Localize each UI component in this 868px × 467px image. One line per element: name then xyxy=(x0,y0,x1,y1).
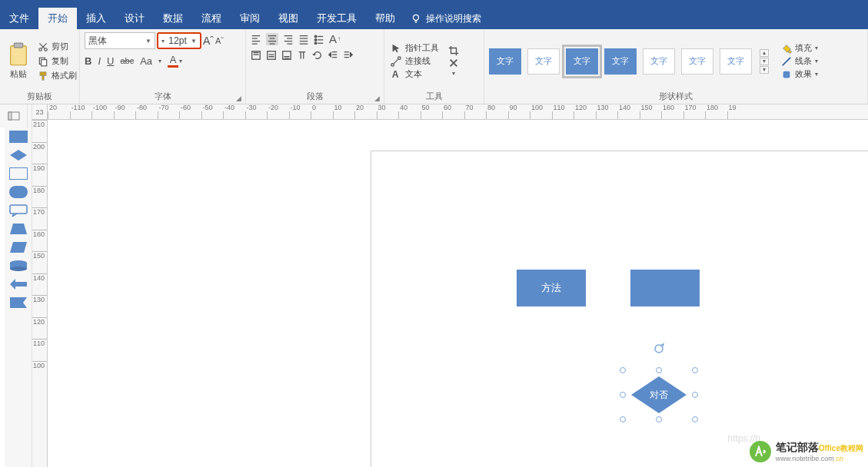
selection-handle-ne[interactable] xyxy=(692,367,698,373)
font-dialog-launcher[interactable]: ◢ xyxy=(236,94,244,102)
x-tool-button[interactable] xyxy=(448,58,459,68)
style-thumb-5[interactable]: 文字 xyxy=(643,48,675,75)
shrink-font-button[interactable]: Aˇ xyxy=(215,36,224,45)
style-scroll-up[interactable]: ▴ xyxy=(760,49,769,57)
decision-shape[interactable]: 对否 xyxy=(631,376,687,413)
style-thumb-2[interactable]: 文字 xyxy=(527,48,560,75)
tell-me-search[interactable]: 操作说明搜索 xyxy=(411,8,481,29)
bold-button[interactable]: B xyxy=(85,55,91,67)
line-icon xyxy=(781,56,792,67)
bullets-icon xyxy=(314,34,324,45)
tab-insert[interactable]: 插入 xyxy=(77,8,115,29)
align-center-button[interactable] xyxy=(266,33,278,45)
selection-handle-e[interactable] xyxy=(692,392,698,398)
paste-button[interactable]: 粘贴 xyxy=(5,41,32,81)
align-top-button[interactable] xyxy=(251,50,261,61)
crop-tool-button[interactable] xyxy=(448,45,459,56)
change-case-button[interactable]: Aa xyxy=(140,55,152,67)
selection-handle-n[interactable] xyxy=(656,367,662,373)
selection-handle-sw[interactable] xyxy=(620,416,626,422)
line-button[interactable]: 线条▾ xyxy=(781,55,818,67)
indent-right-button[interactable] xyxy=(343,50,354,61)
selection-handle-w[interactable] xyxy=(620,392,626,398)
tab-view[interactable]: 视图 xyxy=(269,8,308,29)
text-tool-button[interactable]: A 文本 xyxy=(389,68,441,81)
indent-left-button[interactable] xyxy=(328,50,338,61)
svg-marker-30 xyxy=(10,297,27,308)
effects-button[interactable]: 效果▾ xyxy=(781,68,818,80)
tab-data[interactable]: 数据 xyxy=(154,8,192,29)
line-label: 线条 xyxy=(795,55,812,67)
font-size-value: 12pt xyxy=(168,35,186,46)
selection-handle-nw[interactable] xyxy=(620,367,626,373)
font-size-selector[interactable]: ▾ 12pt ▼ xyxy=(157,32,201,49)
justify-button[interactable] xyxy=(298,34,309,45)
style-gallery-more[interactable]: ▾ xyxy=(760,66,769,74)
svg-point-15 xyxy=(391,63,394,66)
style-thumb-4[interactable]: 文字 xyxy=(604,48,637,75)
tab-process[interactable]: 流程 xyxy=(192,8,231,29)
grow-font-button[interactable]: Aˆ xyxy=(203,35,214,47)
shapes-pane-header[interactable] xyxy=(0,104,28,128)
style-thumb-1[interactable]: 文字 xyxy=(489,48,521,75)
tab-review[interactable]: 审阅 xyxy=(231,8,269,29)
text-direction-button[interactable] xyxy=(297,50,308,61)
group-tools: 指针工具 连接线 A 文本 ▾ 工具 xyxy=(384,29,484,104)
font-color-button[interactable]: A ▾ xyxy=(168,54,182,68)
trapezoid-stencil[interactable] xyxy=(9,223,28,235)
tab-home[interactable]: 开始 xyxy=(38,8,77,29)
underline-button[interactable]: U xyxy=(107,55,114,67)
paragraph-dialog-launcher[interactable]: ◢ xyxy=(374,94,382,102)
style-thumb-7[interactable]: 文字 xyxy=(720,48,752,75)
rect-outline-stencil[interactable] xyxy=(9,167,28,180)
svg-point-9 xyxy=(314,35,317,38)
rotate-text-button[interactable] xyxy=(312,50,323,61)
tab-help[interactable]: 帮助 xyxy=(366,8,404,29)
font-size-increase-button[interactable]: A↑ xyxy=(329,32,341,45)
rect-shape-stencil[interactable] xyxy=(9,131,28,143)
cylinder-stencil[interactable] xyxy=(9,260,28,272)
strike-button[interactable]: abc xyxy=(120,56,134,65)
callout-stencil[interactable] xyxy=(9,204,28,217)
flag-stencil[interactable] xyxy=(9,296,28,309)
pointer-tool-button[interactable]: 指针工具 xyxy=(389,41,441,55)
bullets-button[interactable] xyxy=(314,34,324,45)
arrow-left-stencil[interactable] xyxy=(9,278,28,290)
align-middle-button[interactable] xyxy=(266,50,277,61)
diamond-shape-stencil[interactable] xyxy=(9,149,28,161)
italic-button[interactable]: I xyxy=(98,55,101,67)
align-left-button[interactable] xyxy=(251,34,261,45)
process-shape-1[interactable]: 方法 xyxy=(517,270,586,306)
canvas[interactable]: 23 20-110-100-90-80-70-60-50-40-30-20-10… xyxy=(32,104,868,467)
style-thumb-3[interactable]: 文字 xyxy=(566,48,598,75)
tab-file[interactable]: 文件 xyxy=(0,8,38,29)
effects-icon xyxy=(781,69,792,80)
process-shape-2[interactable] xyxy=(630,270,700,306)
connector-tool-button[interactable]: 连接线 xyxy=(389,55,441,68)
rotate-handle[interactable] xyxy=(653,343,665,355)
parallelogram-stencil[interactable] xyxy=(9,241,28,253)
svg-rect-13 xyxy=(268,51,276,60)
selection-handle-s[interactable] xyxy=(656,416,662,422)
align-right-button[interactable] xyxy=(283,34,294,45)
paragraph-group-label: 段落 xyxy=(251,90,379,102)
selection-handle-se[interactable] xyxy=(692,416,698,422)
style-thumb-6[interactable]: 文字 xyxy=(681,48,713,75)
decision-shape-selection[interactable]: 对否 xyxy=(617,364,701,426)
copy-button[interactable]: 复制 xyxy=(35,55,79,68)
fill-button[interactable]: 填充▾ xyxy=(781,42,818,54)
watermark-title: 笔记部落 xyxy=(776,441,819,453)
style-scroll-down[interactable]: ▾ xyxy=(760,58,769,65)
align-bottom-button[interactable] xyxy=(281,50,292,61)
chevron-down-icon: ▾ xyxy=(815,45,818,51)
tab-developer[interactable]: 开发工具 xyxy=(308,8,366,29)
cut-button[interactable]: 剪切 xyxy=(35,40,79,53)
font-name-selector[interactable]: 黑体 ▼ xyxy=(85,32,155,49)
format-painter-button[interactable]: 格式刷 xyxy=(35,69,79,82)
format-painter-label: 格式刷 xyxy=(52,70,77,81)
tab-design[interactable]: 设计 xyxy=(115,8,154,29)
rounded-rect-stencil[interactable] xyxy=(9,186,28,198)
clipboard-group-label: 剪贴板 xyxy=(5,90,75,102)
format-painter-icon xyxy=(38,71,48,81)
fill-label: 填充 xyxy=(795,42,812,54)
